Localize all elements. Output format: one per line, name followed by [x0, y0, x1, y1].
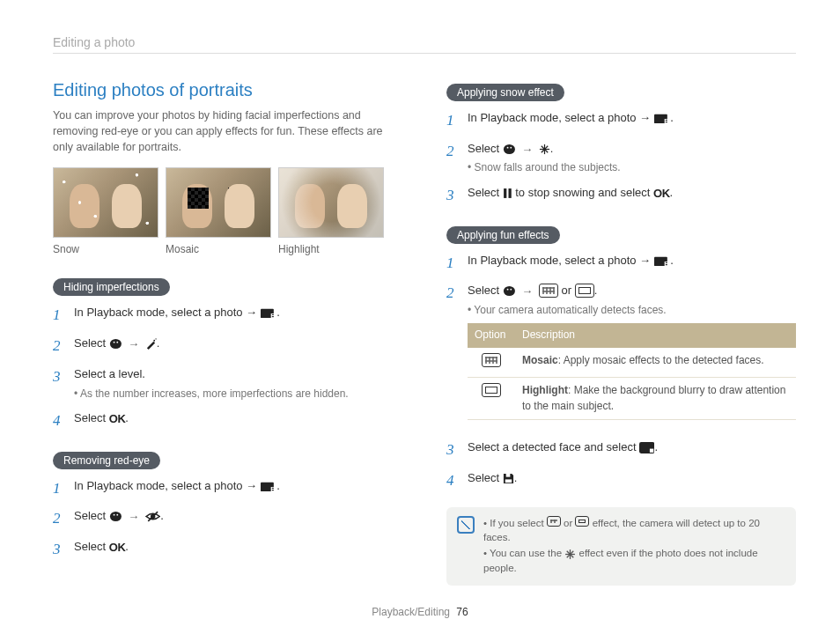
step-number: 1 [446, 110, 459, 132]
svg-point-11 [116, 514, 118, 516]
step-text: Select [468, 471, 499, 484]
step-text: Select [74, 540, 106, 553]
svg-rect-31 [650, 449, 653, 453]
step-number: 2 [53, 335, 65, 358]
svg-point-29 [510, 289, 512, 291]
face-palette-icon [503, 144, 516, 155]
table-row: Highlight: Make the background blurry to… [468, 378, 796, 420]
page-number: 76 [456, 606, 468, 618]
heading-removing-redeye: Removing red-eye [53, 452, 160, 469]
face-palette-icon [109, 511, 122, 522]
mosaic-option-icon [547, 516, 561, 527]
step-text: Select [468, 186, 499, 199]
svg-text:E: E [270, 485, 275, 492]
svg-point-27 [504, 286, 515, 296]
step-text: In Playback mode, select a photo → [74, 479, 257, 492]
note-icon [457, 516, 475, 534]
step-number: 3 [446, 185, 459, 207]
snow-icon [564, 549, 576, 560]
label-mosaic: Mosaic [166, 243, 271, 255]
step-number: 3 [53, 366, 65, 388]
steps-snow: 1 In Playback mode, select a photo → E .… [446, 110, 796, 207]
edit-mode-icon: E [654, 255, 671, 267]
svg-point-16 [504, 144, 515, 154]
face-palette-icon [109, 338, 122, 350]
edit-mode-icon: E [261, 481, 277, 492]
svg-point-3 [113, 342, 114, 343]
label-snow: Snow [53, 243, 158, 255]
svg-point-17 [506, 146, 508, 148]
svg-point-2 [110, 339, 122, 349]
save-disk-icon [503, 473, 514, 484]
step-text: or [561, 284, 571, 297]
note-box: If you select or effect, the camera will… [446, 507, 796, 585]
mosaic-option-icon [482, 353, 501, 367]
step-text: Select [468, 284, 499, 297]
arrow-icon: → [128, 511, 139, 522]
step-text: Select [74, 509, 106, 522]
step-text: . [125, 540, 129, 553]
step-sub: Your camera automatically detects faces. [468, 303, 796, 318]
thumb-mosaic [166, 167, 271, 238]
step-text: Select a detected face and select [468, 440, 637, 453]
right-column: Applying snow effect 1 In Playback mode,… [446, 80, 796, 586]
footer-section: Playback/Editing [372, 606, 450, 618]
heading-hiding-imperfections: Hiding imperfections [53, 278, 170, 296]
page-footer: Playback/Editing 76 [0, 606, 840, 618]
step-text: In Playback mode, select a photo → [468, 111, 651, 124]
step-number: 4 [53, 410, 65, 432]
th-option: Option [468, 323, 515, 347]
heading-snow-effect: Applying snow effect [446, 84, 564, 101]
arrow-icon: → [128, 338, 139, 350]
opt-name: Highlight [522, 384, 568, 396]
step-number: 4 [446, 470, 459, 492]
highlight-option-icon [575, 516, 589, 527]
step-number: 3 [53, 539, 65, 561]
note-line: You can use the effect even if the photo… [483, 546, 785, 574]
note-line: If you select or effect, the camera will… [483, 516, 785, 544]
left-column: Editing photos of portraits You can impr… [53, 80, 402, 586]
step-text: . [670, 186, 674, 199]
options-table: Option Description Mosaic: Apply mosaic … [468, 323, 796, 420]
steps-hiding: 1 In Playback mode, select a photo → E .… [53, 305, 402, 431]
step-text: . [160, 509, 164, 522]
step-number: 1 [53, 305, 65, 327]
svg-point-4 [116, 342, 118, 343]
step-text: . [594, 284, 598, 297]
arrow-icon: → [521, 285, 533, 297]
step-number: 3 [446, 439, 459, 461]
step-sub: As the number increases, more imperfecti… [74, 387, 402, 402]
svg-rect-24 [508, 188, 511, 198]
steps-fun: 1 In Playback mode, select a photo → E .… [446, 253, 796, 492]
page-title: Editing photos of portraits [53, 80, 402, 100]
step-number: 1 [446, 253, 459, 275]
retouch-wand-icon [145, 338, 157, 350]
face-palette-icon [503, 285, 516, 297]
breadcrumb-header: Editing a photo [53, 35, 796, 54]
svg-point-28 [506, 289, 508, 291]
step-text: Select a level. [74, 367, 145, 380]
svg-text:E: E [664, 260, 668, 267]
th-description: Description [515, 323, 796, 347]
label-highlight: Highlight [278, 243, 384, 255]
step-text: . [157, 336, 160, 350]
edit-mode-icon: E [654, 113, 671, 124]
svg-point-18 [510, 146, 512, 148]
thumb-labels: Snow Mosaic Highlight [53, 243, 402, 255]
svg-point-9 [110, 512, 122, 521]
mosaic-option-icon [539, 284, 558, 299]
intro-text: You can improve your photos by hiding fa… [53, 107, 402, 155]
svg-point-10 [113, 514, 114, 516]
step-number: 2 [446, 141, 459, 163]
step-text: . [125, 411, 129, 424]
step-text: . [550, 142, 554, 155]
thumb-snow [53, 167, 158, 238]
thumb-highlight [278, 167, 384, 238]
svg-rect-23 [504, 188, 506, 198]
step-text: In Playback mode, select a photo → [468, 254, 651, 267]
highlight-option-icon [482, 383, 501, 397]
redeye-icon [145, 511, 160, 522]
svg-point-5 [153, 340, 155, 342]
highlight-option-icon [575, 284, 594, 299]
step-text: . [514, 471, 518, 484]
